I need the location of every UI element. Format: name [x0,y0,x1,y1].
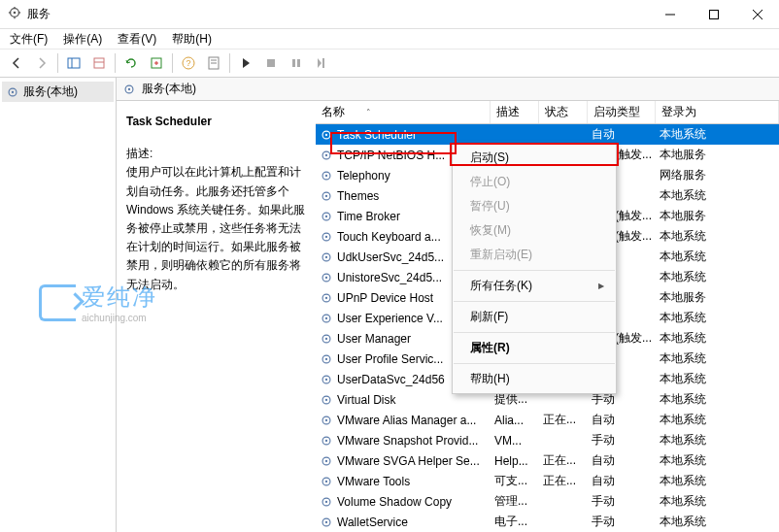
cell-name: Virtual Disk [337,393,395,407]
export-list-button[interactable] [145,51,168,75]
cell-name: WalletService [337,515,408,529]
svg-point-51 [325,357,327,359]
cell-desc: 管理... [491,493,539,510]
svg-point-35 [325,194,327,196]
cell-status: 正在... [539,412,588,428]
back-button[interactable] [5,51,28,75]
service-row[interactable]: VMware SVGA Helper Se...Help...正在...自动本地… [316,450,779,471]
svg-rect-22 [297,59,300,67]
export-button[interactable] [87,51,111,75]
service-row[interactable]: VMware Tools可支...正在...自动本地系统 [316,471,779,491]
svg-point-49 [325,337,327,339]
ctx-start[interactable]: 启动(S) [453,146,616,170]
properties-button[interactable] [202,51,225,75]
cell-name: Touch Keyboard a... [337,230,441,244]
maximize-button[interactable] [692,0,735,29]
cell-startup: 自动 [588,473,656,489]
column-logon[interactable]: 登录为 [656,101,779,123]
cell-name: User Experience V... [337,312,443,325]
gear-icon [122,83,136,96]
cell-desc: Help... [491,454,539,468]
watermark-icon [39,284,76,321]
service-row[interactable]: Volume Shadow Copy管理...手动本地系统 [316,491,779,512]
watermark: 爱纯净 aichunjing.com [39,282,157,323]
cell-name: VMware Tools [337,475,410,488]
cell-startup: 手动 [588,514,656,530]
menu-file[interactable]: 文件(F) [6,30,51,49]
column-desc[interactable]: 描述 [491,101,539,123]
restart-service-button[interactable] [310,51,333,75]
cell-logon: 本地系统 [656,412,779,428]
svg-point-1 [14,12,17,15]
minimize-button[interactable] [648,0,692,29]
column-status[interactable]: 状态 [539,101,588,123]
tree-root-item[interactable]: 服务(本地) [2,82,114,102]
tree-root-label: 服务(本地) [23,83,78,100]
svg-point-47 [325,316,327,318]
svg-point-57 [325,418,327,420]
cell-logon: 网络服务 [656,167,779,183]
cell-logon: 本地服务 [656,208,779,224]
watermark-text: 爱纯净 [82,282,157,313]
cell-status: 正在... [539,473,588,489]
service-row[interactable]: VMware Alias Manager a...Alia...正在...自动本… [316,410,779,430]
service-row[interactable]: WalletService电子...手动本地系统 [316,512,779,532]
help-button[interactable]: ? [177,51,200,75]
cell-logon: 本地系统 [656,371,779,387]
svg-point-37 [325,215,327,216]
cell-name: VMware Snapshot Provid... [337,434,478,448]
gear-icon [320,169,333,183]
show-hide-tree-button[interactable] [62,51,85,75]
ctx-pause[interactable]: 暂停(U) [453,194,616,218]
close-button[interactable] [735,0,779,29]
cell-name: User Manager [337,332,411,346]
cell-logon: 本地系统 [656,391,779,408]
menu-action[interactable]: 操作(A) [59,30,106,49]
start-service-button[interactable] [234,51,257,75]
ctx-properties[interactable]: 属性(R) [453,336,616,360]
cell-name: Volume Shadow Copy [337,495,452,509]
ctx-resume[interactable]: 恢复(M) [453,218,616,243]
ctx-restart[interactable]: 重新启动(E) [453,243,616,267]
svg-point-33 [325,174,327,176]
svg-rect-10 [68,58,80,68]
svg-rect-21 [292,59,295,67]
titlebar: 服务 [0,0,779,29]
gear-icon [320,210,333,223]
ctx-stop[interactable]: 停止(O) [453,170,616,194]
service-row[interactable]: VMware Snapshot Provid...VM...手动本地系统 [316,430,779,450]
gear-icon [320,393,333,407]
stop-service-button[interactable] [259,51,283,75]
column-name[interactable]: 名称˄ [316,101,491,123]
pause-service-button[interactable] [285,51,308,75]
cell-name: VMware SVGA Helper Se... [337,454,480,468]
gear-icon [320,271,333,284]
service-row[interactable]: Task Scheduler自动本地系统 [316,124,779,145]
ctx-all-tasks[interactable]: 所有任务(K) [453,274,616,298]
main-header-label: 服务(本地) [142,81,196,97]
svg-point-67 [325,520,327,522]
gear-icon [320,515,333,529]
refresh-button[interactable] [119,51,143,75]
cell-logon: 本地系统 [656,350,779,367]
svg-point-63 [325,480,327,482]
svg-rect-12 [94,58,104,68]
svg-point-29 [325,133,327,135]
detail-service-name: Task Scheduler [126,113,306,131]
svg-point-39 [325,235,327,237]
gear-icon [320,434,333,448]
svg-point-61 [325,459,327,461]
gear-icon [320,312,333,325]
gear-icon [6,85,19,99]
cell-status: 正在... [539,452,588,469]
menu-view[interactable]: 查看(V) [114,30,160,49]
column-startup[interactable]: 启动类型 [588,101,656,123]
ctx-refresh[interactable]: 刷新(F) [453,305,616,329]
forward-button[interactable] [30,51,53,75]
menu-help[interactable]: 帮助(H) [168,30,216,49]
svg-point-41 [325,255,327,257]
svg-point-45 [325,296,327,298]
ctx-help[interactable]: 帮助(H) [453,367,616,391]
cell-startup: 自动 [588,126,656,143]
cell-name: UdkUserSvc_24d5... [337,250,444,264]
